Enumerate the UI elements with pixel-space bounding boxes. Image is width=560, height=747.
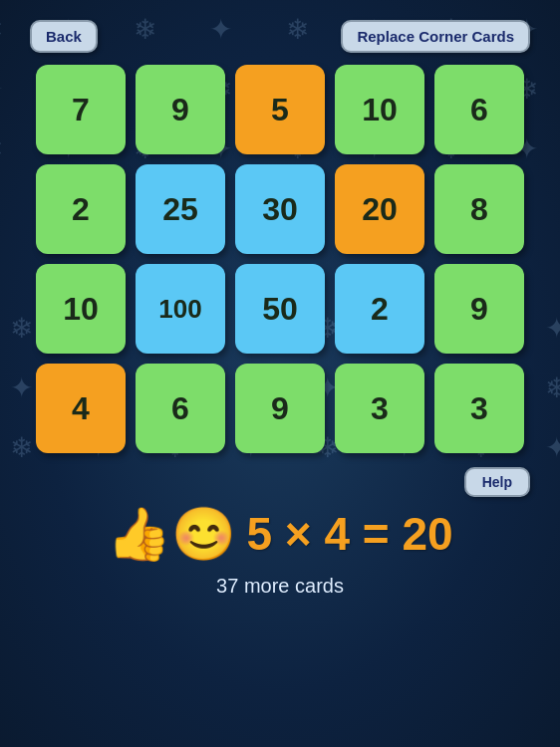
thumbs-up-emoji: 👍😊: [107, 508, 236, 560]
card-r1-c1[interactable]: 25: [136, 164, 225, 254]
card-grid: 7951062253020810100502946933: [36, 65, 524, 453]
page-container: Back Replace Corner Cards 79510622530208…: [0, 0, 560, 747]
card-r0-c2[interactable]: 5: [235, 65, 325, 154]
header: Back Replace Corner Cards: [30, 20, 530, 53]
back-button[interactable]: Back: [30, 20, 98, 53]
card-r2-c2[interactable]: 50: [235, 264, 325, 354]
card-r3-c3[interactable]: 3: [335, 364, 424, 453]
card-r0-c1[interactable]: 9: [136, 65, 225, 154]
card-r0-c0[interactable]: 7: [36, 65, 126, 154]
card-r3-c2[interactable]: 9: [235, 364, 325, 453]
help-row: Help: [30, 467, 530, 497]
card-r0-c3[interactable]: 10: [335, 65, 424, 154]
replace-corner-cards-button[interactable]: Replace Corner Cards: [341, 20, 530, 53]
card-r3-c1[interactable]: 6: [136, 364, 225, 453]
equation-row: 👍😊 5 × 4 = 20: [107, 507, 452, 561]
card-r2-c1[interactable]: 100: [136, 264, 225, 354]
card-r2-c3[interactable]: 2: [335, 264, 424, 354]
card-r3-c4[interactable]: 3: [434, 364, 524, 453]
card-r2-c4[interactable]: 9: [434, 264, 524, 354]
equation-text: 5 × 4 = 20: [246, 507, 452, 561]
more-cards-label: 37 more cards: [216, 575, 344, 598]
card-r1-c2[interactable]: 30: [235, 164, 325, 254]
card-r1-c4[interactable]: 8: [434, 164, 524, 254]
card-r0-c4[interactable]: 6: [434, 65, 524, 154]
card-r1-c3[interactable]: 20: [335, 164, 424, 254]
card-r1-c0[interactable]: 2: [36, 164, 126, 254]
card-r3-c0[interactable]: 4: [36, 364, 126, 453]
card-r2-c0[interactable]: 10: [36, 264, 126, 354]
help-button[interactable]: Help: [464, 467, 530, 497]
